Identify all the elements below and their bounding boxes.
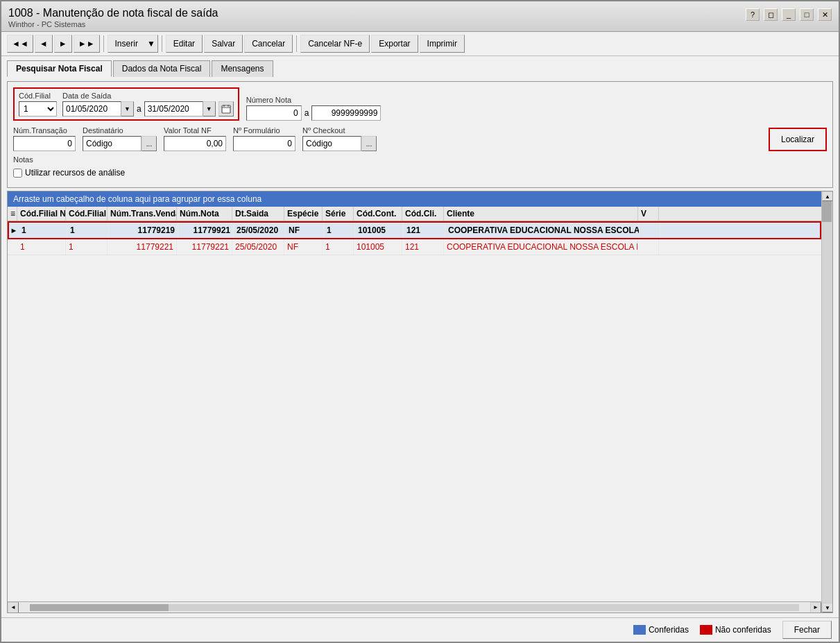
no-checkout-label: Nº Checkout bbox=[302, 126, 377, 135]
row-indicator-1: ► bbox=[9, 223, 19, 238]
date-to-dropdown[interactable]: ▼ bbox=[203, 101, 216, 117]
numero-nota-from[interactable] bbox=[246, 105, 302, 121]
window-subtitle: Winthor - PC Sistemas bbox=[8, 20, 218, 28]
destinatario-row: ... bbox=[83, 136, 157, 151]
cell-nota-2: 11779221 bbox=[177, 239, 232, 255]
no-checkout-group: Nº Checkout ... bbox=[302, 126, 377, 151]
grid-group-hint: Arraste um cabeçalho de coluna aqui para… bbox=[8, 191, 821, 207]
cell-v-2 bbox=[638, 239, 659, 255]
minimize-btn[interactable]: _ bbox=[782, 8, 796, 21]
header-serie[interactable]: Série bbox=[323, 207, 354, 221]
date-range-separator: a bbox=[137, 104, 142, 114]
cell-filial-nf-2: 1 bbox=[17, 239, 66, 255]
utilizar-recursos-label[interactable]: Utilizar recursos de análise bbox=[13, 168, 125, 178]
destinatario-group: Destinatário ... bbox=[83, 126, 157, 151]
hscroll-right-btn[interactable]: ► bbox=[810, 602, 821, 613]
header-nota[interactable]: Núm.Nota bbox=[177, 207, 232, 221]
header-filial[interactable]: Cód.Filial bbox=[66, 207, 108, 221]
nao-conferidas-color bbox=[700, 625, 712, 635]
grid-header: ≡ Cód.Filial NF Cód.Filial Núm.Trans.Ven… bbox=[8, 207, 821, 221]
destinatario-label: Destinatário bbox=[83, 126, 157, 135]
cancelar-btn[interactable]: Cancelar bbox=[244, 35, 293, 53]
calendar-btn[interactable] bbox=[218, 101, 234, 117]
tab-mensagens[interactable]: Mensagens bbox=[212, 60, 273, 77]
editar-btn[interactable]: Editar bbox=[166, 35, 203, 53]
destinatario-input[interactable] bbox=[83, 136, 142, 151]
checkout-browse-btn[interactable]: ... bbox=[361, 136, 377, 151]
last-btn[interactable]: ►► bbox=[74, 35, 100, 53]
inserir-btn[interactable]: Inserir bbox=[108, 35, 145, 53]
header-cont[interactable]: Cód.Cont. bbox=[354, 207, 402, 221]
header-cliente[interactable]: Cliente bbox=[444, 207, 638, 221]
cod-filial-select[interactable]: 1 bbox=[19, 101, 57, 117]
table-row[interactable]: ► 1 1 11779219 11779921 25/05/2020 NF 1 … bbox=[8, 221, 821, 239]
maximize-btn[interactable]: □ bbox=[800, 8, 814, 21]
hscroll-left-btn[interactable]: ◄ bbox=[8, 602, 19, 613]
main-content: Pesquisar Nota Fiscal Dados da Nota Fisc… bbox=[1, 56, 839, 617]
cell-trans-1: 11779219 bbox=[109, 223, 178, 238]
localizar-btn[interactable]: Localizar bbox=[769, 128, 827, 151]
exportar-btn[interactable]: Exportar bbox=[371, 35, 418, 53]
prev-btn[interactable]: ◄ bbox=[35, 35, 53, 53]
cell-filial-1: 1 bbox=[67, 223, 109, 238]
checkout-row: ... bbox=[302, 136, 377, 151]
header-cli[interactable]: Cód.Cli. bbox=[402, 207, 444, 221]
hscroll-thumb[interactable] bbox=[30, 604, 169, 611]
no-formulario-label: Nº Formulário bbox=[233, 126, 295, 135]
conferidas-label: Conferidas bbox=[649, 625, 689, 635]
no-formulario-input[interactable] bbox=[233, 136, 295, 151]
header-v[interactable]: V bbox=[638, 207, 659, 221]
vscrollbar: ▲ ▼ bbox=[821, 191, 832, 612]
valor-total-group: Valor Total NF bbox=[164, 126, 226, 151]
vscroll-up-btn[interactable]: ▲ bbox=[822, 191, 833, 201]
destinatario-browse-btn[interactable]: ... bbox=[142, 136, 157, 151]
header-trans[interactable]: Núm.Trans.Venda bbox=[108, 207, 177, 221]
cell-cliente-1: COOPERATIVA EDUCACIONAL NOSSA ESCOLA bbox=[445, 223, 640, 238]
vscroll-thumb[interactable] bbox=[822, 201, 832, 222]
cell-nota-1: 11779921 bbox=[178, 223, 234, 238]
hscrollbar[interactable]: ◄ ► bbox=[8, 601, 821, 612]
header-especie[interactable]: Espécie bbox=[284, 207, 323, 221]
inserir-dropdown-btn[interactable]: ▼ bbox=[145, 35, 158, 53]
num-transacao-input[interactable] bbox=[13, 136, 76, 151]
num-transacao-group: Núm.Transação bbox=[13, 126, 76, 151]
header-dt[interactable]: Dt.Saida bbox=[232, 207, 284, 221]
help-btn[interactable]: ? bbox=[746, 8, 760, 21]
cell-serie-2: 1 bbox=[323, 239, 354, 255]
first-btn[interactable]: ◄◄ bbox=[7, 35, 33, 53]
restore-btn[interactable]: ◻ bbox=[764, 8, 778, 21]
no-checkout-input[interactable] bbox=[302, 136, 361, 151]
date-to-wrapper: ▼ bbox=[144, 101, 216, 117]
cod-filial-label: Cód.Filial bbox=[19, 92, 57, 100]
date-to-input[interactable] bbox=[144, 101, 203, 117]
tab-dados[interactable]: Dados da Nota Fiscal bbox=[113, 60, 211, 77]
toolbar: ◄◄ ◄ ► ►► Inserir ▼ Editar Salvar Cancel… bbox=[1, 32, 839, 56]
numero-nota-to[interactable] bbox=[311, 105, 381, 121]
no-formulario-group: Nº Formulário bbox=[233, 126, 295, 151]
date-from-dropdown[interactable]: ▼ bbox=[121, 101, 134, 117]
fechar-btn[interactable]: Fechar bbox=[782, 621, 832, 639]
cancelar-nfe-btn[interactable]: Cancelar NF-e bbox=[300, 35, 370, 53]
close-btn[interactable]: ✕ bbox=[818, 8, 832, 21]
imprimir-btn[interactable]: Imprimir bbox=[420, 35, 465, 53]
vscroll-down-btn[interactable]: ▼ bbox=[822, 603, 833, 612]
next-btn[interactable]: ► bbox=[54, 35, 72, 53]
salvar-btn[interactable]: Salvar bbox=[204, 35, 243, 53]
cell-dt-1: 25/05/2020 bbox=[234, 223, 286, 238]
highlight-filter-box: Cód.Filial 1 Data de Saída ▼ a bbox=[13, 87, 239, 121]
valor-total-input[interactable] bbox=[164, 136, 226, 151]
header-filial-nf[interactable]: Cód.Filial NF bbox=[17, 207, 66, 221]
cell-cli-2: 121 bbox=[402, 239, 444, 255]
status-bar: Conferidas Não conferidas Fechar bbox=[1, 617, 839, 642]
utilizar-recursos-checkbox[interactable] bbox=[13, 169, 22, 178]
date-range: ▼ a ▼ bbox=[62, 101, 234, 117]
cell-cont-2: 101005 bbox=[354, 239, 402, 255]
hscroll-track bbox=[30, 604, 799, 611]
date-from-input[interactable] bbox=[62, 101, 121, 117]
tab-pesquisar[interactable]: Pesquisar Nota Fiscal bbox=[7, 60, 112, 77]
cell-trans-2: 11779221 bbox=[108, 239, 177, 255]
cell-especie-1: NF bbox=[286, 223, 324, 238]
data-saida-group: Data de Saída ▼ a ▼ bbox=[62, 92, 234, 117]
cell-filial-2: 1 bbox=[66, 239, 108, 255]
table-row[interactable]: 1 1 11779221 11779221 25/05/2020 NF 1 10… bbox=[8, 239, 821, 255]
